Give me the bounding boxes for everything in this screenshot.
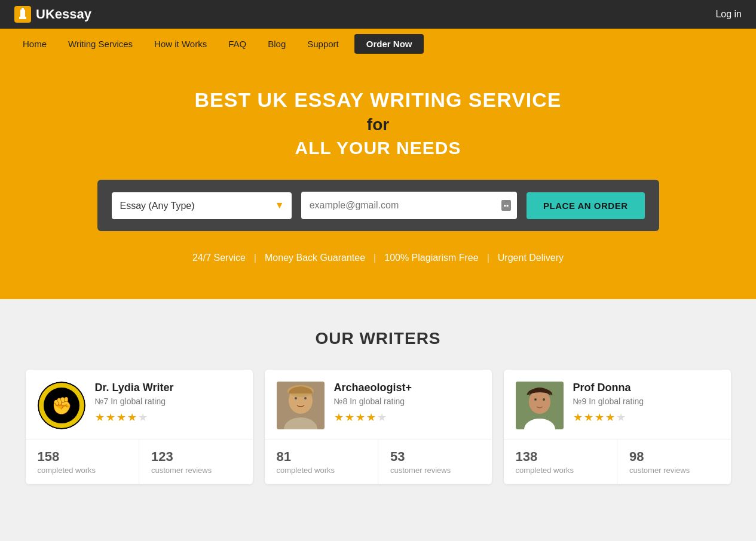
star-2: ★ <box>345 411 354 424</box>
svg-rect-1 <box>20 10 25 18</box>
email-field-wrap: ▪▪ <box>301 192 517 219</box>
stars-lydia: ★ ★ ★ ★ ★ <box>95 411 241 424</box>
writer-info-lydia: Dr. Lydia Writer №7 In global rating ★ ★… <box>95 382 241 424</box>
star-5: ★ <box>377 411 387 424</box>
stat-completed-arch: 81 completed works <box>265 439 378 484</box>
writer-card-top-arch: Archaeologist+ №8 In global rating ★ ★ ★… <box>265 370 492 439</box>
email-field[interactable] <box>301 192 517 219</box>
nav-bar: Home Writing Services How it Works FAQ B… <box>0 29 756 59</box>
star-5: ★ <box>616 411 626 424</box>
star-2: ★ <box>106 411 115 424</box>
nav-item-blog[interactable]: Blog <box>257 29 296 59</box>
writer-card-bottom-arch: 81 completed works 53 customer reviews <box>265 439 492 484</box>
nav-item-support[interactable]: Support <box>296 29 350 59</box>
stat-label-completed-arch: completed works <box>277 466 366 475</box>
feature-sep-3: | <box>487 253 489 263</box>
writers-title: OUR WRITERS <box>24 329 732 348</box>
star-2: ★ <box>584 411 593 424</box>
star-4: ★ <box>366 411 376 424</box>
svg-rect-2 <box>19 17 26 19</box>
nav-item-writing-services[interactable]: Writing Services <box>57 29 143 59</box>
stat-reviews-donna: 98 customer reviews <box>617 439 731 484</box>
writer-card-top-lydia: ✊ Dr. Lydia Writer №7 In global rating ★… <box>26 370 253 439</box>
stat-completed-donna: 138 completed works <box>504 439 617 484</box>
stat-reviews-lydia: 123 customer reviews <box>139 439 253 484</box>
place-order-button[interactable]: PLACE AN ORDER <box>527 192 644 219</box>
feature-money-back: Money Back Guarantee <box>265 253 365 263</box>
order-form: Essay (Any Type) ▼ ▪▪ PLACE AN ORDER <box>97 180 659 231</box>
stat-completed-lydia: 158 completed works <box>26 439 139 484</box>
writer-info-arch: Archaeologist+ №8 In global rating ★ ★ ★… <box>334 382 480 424</box>
writer-info-donna: Prof Donna №9 In global rating ★ ★ ★ ★ ★ <box>573 382 719 424</box>
stat-label-completed: completed works <box>38 466 127 475</box>
star-3: ★ <box>356 411 365 424</box>
svg-point-17 <box>529 390 550 414</box>
writers-grid: ✊ Dr. Lydia Writer №7 In global rating ★… <box>24 370 732 484</box>
hero-title-line1: BEST UK ESSAY WRITING SERVICE <box>12 88 744 112</box>
login-button[interactable]: Log in <box>715 9 742 20</box>
logo-text: UKessay <box>36 7 91 22</box>
star-4: ★ <box>127 411 137 424</box>
logo-icon <box>14 6 31 23</box>
nav-item-home[interactable]: Home <box>12 29 57 59</box>
star-3: ★ <box>595 411 604 424</box>
stat-label-reviews: customer reviews <box>151 466 241 475</box>
stars-arch: ★ ★ ★ ★ ★ <box>334 411 480 424</box>
writer-rank-lydia: №7 In global rating <box>95 396 241 406</box>
writer-rank-arch: №8 In global rating <box>334 396 480 406</box>
feature-urgent: Urgent Delivery <box>498 253 564 263</box>
star-3: ★ <box>117 411 126 424</box>
order-now-button[interactable]: Order Now <box>354 34 424 54</box>
star-1: ★ <box>334 411 344 424</box>
star-1: ★ <box>95 411 105 424</box>
top-bar: UKessay Log in <box>0 0 756 29</box>
writer-card-bottom-lydia: 158 completed works 123 customer reviews <box>26 439 253 484</box>
writer-name-lydia: Dr. Lydia Writer <box>95 382 241 394</box>
avatar-archaeologist <box>277 382 325 429</box>
stat-number-reviews-arch: 53 <box>390 449 480 465</box>
hero-features: 24/7 Service | Money Back Guarantee | 10… <box>12 253 744 263</box>
feature-sep-2: | <box>374 253 376 263</box>
star-1: ★ <box>573 411 583 424</box>
writers-section: OUR WRITERS ✊ Dr. Lydia Writer №7 In glo… <box>0 299 756 508</box>
writer-card-donna: Prof Donna №9 In global rating ★ ★ ★ ★ ★… <box>504 370 731 484</box>
hero-for: for <box>12 115 744 134</box>
stat-label-reviews-donna: customer reviews <box>629 466 719 475</box>
avatar-donna <box>516 382 564 429</box>
svg-point-13 <box>295 397 297 399</box>
stat-number-reviews-lydia: 123 <box>151 449 241 465</box>
svg-point-14 <box>304 397 307 399</box>
star-4: ★ <box>605 411 615 424</box>
writer-card-bottom-donna: 138 completed works 98 customer reviews <box>504 439 731 484</box>
writer-card-lydia: ✊ Dr. Lydia Writer №7 In global rating ★… <box>26 370 253 484</box>
feature-247: 24/7 Service <box>192 253 246 263</box>
stat-label-completed-donna: completed works <box>516 466 605 475</box>
avatar-lydia: ✊ <box>38 382 85 429</box>
nav-item-faq[interactable]: FAQ <box>218 29 257 59</box>
feature-sep-1: | <box>254 253 256 263</box>
nav-item-how-it-works[interactable]: How it Works <box>143 29 218 59</box>
logo[interactable]: UKessay <box>14 6 91 23</box>
hero-section: BEST UK ESSAY WRITING SERVICE for ALL YO… <box>0 59 756 299</box>
stat-number-reviews-donna: 98 <box>629 449 719 465</box>
star-5: ★ <box>138 411 148 424</box>
essay-type-select-wrap: Essay (Any Type) ▼ <box>112 192 292 219</box>
stars-donna: ★ ★ ★ ★ ★ <box>573 411 719 424</box>
svg-text:✊: ✊ <box>51 396 72 416</box>
writer-card-archaeologist: Archaeologist+ №8 In global rating ★ ★ ★… <box>265 370 492 484</box>
stat-number-completed-arch: 81 <box>277 449 366 465</box>
writer-name-arch: Archaeologist+ <box>334 382 480 394</box>
stat-reviews-arch: 53 customer reviews <box>378 439 492 484</box>
hero-title-line2: ALL YOUR NEEDS <box>12 138 744 158</box>
writer-card-top-donna: Prof Donna №9 In global rating ★ ★ ★ ★ ★ <box>504 370 731 439</box>
writer-name-donna: Prof Donna <box>573 382 719 394</box>
stat-label-reviews-arch: customer reviews <box>390 466 480 475</box>
stat-number-completed-donna: 138 <box>516 449 605 465</box>
stat-number-completed-lydia: 158 <box>38 449 127 465</box>
writer-rank-donna: №9 In global rating <box>573 396 719 406</box>
svg-rect-3 <box>22 8 24 10</box>
feature-plagiarism: 100% Plagiarism Free <box>384 253 478 263</box>
essay-type-select[interactable]: Essay (Any Type) <box>112 192 292 219</box>
svg-point-20 <box>543 398 545 401</box>
email-icon: ▪▪ <box>501 200 512 211</box>
